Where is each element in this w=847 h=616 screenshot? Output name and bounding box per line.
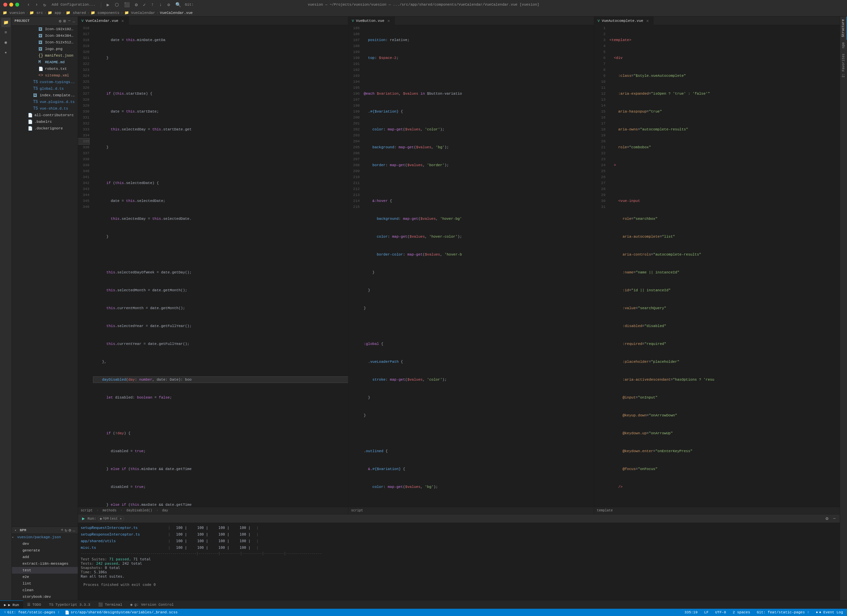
- back-button[interactable]: ‹: [26, 1, 31, 8]
- maximize-button[interactable]: [15, 3, 19, 7]
- right-tab-npm[interactable]: npm: [840, 40, 847, 51]
- tree-item-icon192[interactable]: 🖼 Icon-192x192.png: [12, 26, 78, 32]
- tree-item-sitemap[interactable]: <> sitemap.xml: [12, 72, 78, 79]
- tree-item-logo[interactable]: 🖼 logo.png: [12, 46, 78, 52]
- forward-button[interactable]: ›: [34, 1, 39, 8]
- npm-script-lint[interactable]: lint: [12, 580, 78, 587]
- status-script-2[interactable]: script: [351, 509, 363, 513]
- tab-close-button[interactable]: ✕: [387, 19, 391, 23]
- npm-package-item[interactable]: ▾ vuesion/package.json: [12, 534, 78, 541]
- expand-icon[interactable]: …: [72, 19, 75, 24]
- status-git-info[interactable]: Git: feat/static-pages ↑: [756, 609, 810, 616]
- push-button[interactable]: ↑: [150, 1, 155, 8]
- status-position[interactable]: 335:19: [683, 609, 699, 616]
- minimize-button[interactable]: [9, 3, 13, 7]
- refresh-button[interactable]: ↻: [42, 1, 47, 8]
- right-tab-favorites[interactable]: 2: Favorites: [840, 51, 847, 80]
- npm-script-storybook-dev[interactable]: storybook:dev: [12, 594, 78, 600]
- status-methods[interactable]: methods: [103, 509, 117, 513]
- history-button[interactable]: ⊙: [166, 1, 171, 8]
- tree-item-dockerignore[interactable]: 📄 .dockerignore: [12, 125, 78, 132]
- tree-item-index-template[interactable]: 🖼 index.template.html: [12, 92, 78, 99]
- status-script[interactable]: script: [81, 509, 93, 513]
- bottom-tab-todo[interactable]: ☰ TODO: [23, 600, 45, 609]
- tree-item-global[interactable]: TS global.d.ts: [12, 86, 78, 92]
- sidebar-icon-npm[interactable]: ◉: [1, 38, 10, 47]
- npm-script-add[interactable]: add: [12, 554, 78, 560]
- code-area-1[interactable]: 316 317 318 319 320 321 322 323 324 325 …: [78, 25, 348, 507]
- npm-script-generate[interactable]: generate: [12, 547, 78, 554]
- breadcrumb-components[interactable]: 📁 components: [91, 10, 120, 15]
- png-icon: 🖼: [38, 33, 44, 38]
- sidebar-icon-structure[interactable]: ≡: [1, 28, 10, 37]
- collapse-icon[interactable]: −: [68, 19, 71, 24]
- npm-script-test[interactable]: test: [12, 567, 78, 574]
- status-line-ending[interactable]: LF: [703, 609, 710, 616]
- tab-vuebutton[interactable]: V VueButton.vue ✕: [348, 16, 394, 25]
- status-day[interactable]: day: [162, 509, 168, 513]
- settings-run-button[interactable]: ⚙: [824, 515, 829, 522]
- update-button[interactable]: ↓: [158, 1, 163, 8]
- breadcrumb-vuecalendar[interactable]: 📁 VueCalendar: [124, 10, 155, 15]
- status-encoding[interactable]: UTF-8: [714, 609, 727, 616]
- npm-script-extract[interactable]: extract-i18n-messages: [12, 560, 78, 567]
- stop-button[interactable]: ⬛: [123, 1, 131, 8]
- tree-item-readme[interactable]: M README.md: [12, 59, 78, 65]
- bottom-tab-terminal[interactable]: ⬛ Terminal: [94, 600, 126, 609]
- breadcrumb-vuesion[interactable]: 📁 vuesion: [3, 10, 25, 15]
- code-area-2[interactable]: 185 186 187 188 189 190 191 192 193 194 …: [348, 25, 594, 507]
- tree-item-babelrc[interactable]: 📄 .babelrc: [12, 118, 78, 125]
- run-play-button[interactable]: ▶: [81, 515, 86, 522]
- status-git-branch[interactable]: ⑂ Git: feat/static-pages ↑: [3, 609, 61, 616]
- breadcrumb-src[interactable]: 📁 src: [30, 10, 43, 15]
- tree-item-all-contributors[interactable]: 📄 all-contributorsrc: [12, 112, 78, 118]
- breadcrumb-file[interactable]: VueCalendar.vue: [160, 11, 193, 15]
- code-area-3[interactable]: 1 2 3 4 5 6 7 8 9 10 11 12 13: [594, 25, 840, 507]
- tree-label: global.d.ts: [40, 87, 64, 91]
- breadcrumb-app[interactable]: 📁 app: [48, 10, 61, 15]
- npm-script-dev[interactable]: dev: [12, 541, 78, 547]
- status-daydisabled[interactable]: dayDisabled(): [126, 509, 152, 513]
- collapse-npm-icon[interactable]: …: [72, 527, 75, 533]
- run-tag-close-button[interactable]: test ✕: [110, 517, 122, 521]
- refresh-npm-icon[interactable]: ↻: [65, 527, 68, 533]
- right-tab-structure[interactable]: Structure: [840, 16, 847, 40]
- search-button[interactable]: 🔍: [174, 1, 182, 8]
- npm-script-e2e[interactable]: e2e: [12, 574, 78, 580]
- bottom-tab-version-control[interactable]: ◉ g: Version Control: [126, 600, 178, 609]
- close-run-button[interactable]: −: [832, 516, 837, 522]
- debug-button[interactable]: ⬡: [114, 1, 120, 8]
- bottom-tab-run[interactable]: ▶ ▶ Run: [0, 600, 23, 609]
- close-button[interactable]: [3, 3, 7, 7]
- tree-item-robots[interactable]: 📄 robots.txt: [12, 65, 78, 72]
- settings-npm-icon[interactable]: ⚙: [68, 527, 71, 533]
- tab-close-button[interactable]: ✕: [120, 19, 125, 23]
- bottom-tab-run-label: ▶ Run: [8, 603, 19, 607]
- tab-vuecalendar[interactable]: V VueCalendar.vue ✕: [78, 16, 129, 25]
- bottom-tab-typescript[interactable]: TS TypeScript 3.3.3: [45, 600, 94, 609]
- layout-icon[interactable]: ⊞: [63, 19, 66, 24]
- run-button[interactable]: ▶: [105, 1, 111, 8]
- tree-item-custom-typings[interactable]: TS custom-typings.d.ts: [12, 79, 78, 86]
- sidebar-icon-project[interactable]: 📁: [1, 18, 10, 27]
- sidebar-icon-favorites[interactable]: ★: [1, 48, 10, 57]
- commit-button[interactable]: ✓: [142, 1, 147, 8]
- tree-item-vue-shim[interactable]: TS vue-shim.d.ts: [12, 105, 78, 112]
- tree-item-icon512[interactable]: 🖼 Icon-512x512.png: [12, 39, 78, 46]
- status-file[interactable]: 📄 src/app/shared/designSystem/variables/…: [63, 609, 179, 616]
- breadcrumb-shared[interactable]: 📁 shared: [66, 10, 86, 15]
- status-event-log[interactable]: ♦ ♦ Event Log: [815, 609, 844, 616]
- add-config-button[interactable]: Add Configuration...: [50, 2, 97, 7]
- tab-close-button[interactable]: ✕: [645, 19, 650, 23]
- npm-header[interactable]: ▾ npm + ↻ ⚙ …: [12, 527, 78, 534]
- tree-item-manifest[interactable]: {} manifest.json: [12, 52, 78, 59]
- npm-script-clean[interactable]: clean: [12, 587, 78, 594]
- tree-item-vue-plugins[interactable]: TS vue.plugins.d.ts: [12, 99, 78, 105]
- tab-vueautocomplete[interactable]: V VueAutocomplete.vue ✕: [594, 16, 654, 25]
- status-indent[interactable]: 2 spaces: [732, 609, 752, 616]
- settings-icon[interactable]: ⚙: [59, 19, 62, 24]
- build-button[interactable]: ⚙: [134, 1, 139, 8]
- tree-item-icon384[interactable]: 🖼 Icon-384x384.png: [12, 32, 78, 39]
- add-npm-icon[interactable]: +: [61, 527, 63, 533]
- status-template[interactable]: template: [597, 509, 613, 513]
